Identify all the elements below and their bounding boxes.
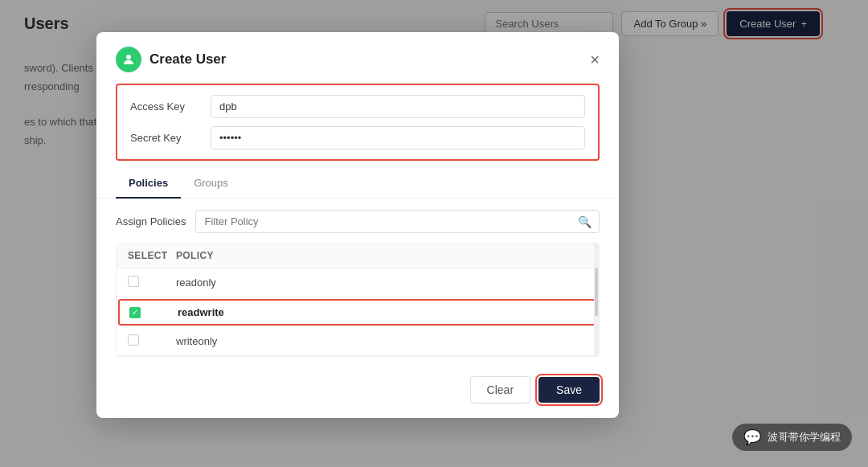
- search-icon: 🔍: [578, 215, 592, 228]
- assign-row: Assign Policies 🔍: [116, 210, 600, 233]
- readwrite-checkbox[interactable]: ✓: [129, 307, 141, 318]
- watermark-text: 波哥带你学编程: [768, 430, 841, 444]
- readonly-policy-label: readonly: [176, 277, 588, 289]
- modal-header: Create User ×: [96, 32, 619, 84]
- filter-input-wrap: 🔍: [195, 210, 600, 233]
- save-button[interactable]: Save: [538, 377, 600, 403]
- svg-point-0: [126, 55, 131, 59]
- modal-title-row: Create User: [116, 47, 226, 72]
- col-policy-header: Policy: [176, 250, 588, 261]
- tabs-row: Policies Groups: [96, 169, 619, 199]
- modal-footer: Clear Save: [96, 365, 619, 418]
- user-avatar-icon: [116, 47, 141, 72]
- access-key-label: Access Key: [130, 100, 211, 113]
- access-key-row: Access Key: [130, 95, 585, 118]
- col-select-header: Select: [128, 250, 176, 261]
- table-row: ✓ readwrite: [118, 299, 597, 326]
- assign-policies-label: Assign Policies: [116, 215, 186, 227]
- create-user-modal: Create User × Access Key Secret Key Poli…: [96, 32, 619, 418]
- readonly-checkbox[interactable]: [128, 276, 139, 287]
- access-key-input[interactable]: [211, 95, 585, 118]
- table-header: Select Policy: [117, 244, 599, 268]
- table-row: readonly: [117, 268, 599, 297]
- filter-policy-input[interactable]: [195, 210, 600, 233]
- scrollbar-track: [594, 244, 599, 356]
- readwrite-policy-label: readwrite: [178, 306, 586, 318]
- wechat-icon: 💬: [743, 428, 761, 446]
- table-row: writeonly: [117, 327, 599, 356]
- tab-policies[interactable]: Policies: [116, 169, 181, 199]
- modal-close-button[interactable]: ×: [590, 51, 600, 68]
- writeonly-policy-label: writeonly: [176, 335, 588, 347]
- clear-button[interactable]: Clear: [470, 376, 530, 404]
- policies-section: Assign Policies 🔍 Select Policy read: [96, 199, 619, 365]
- credentials-section: Access Key Secret Key: [116, 84, 600, 161]
- policy-table: Select Policy readonly ✓ readwrite: [116, 243, 600, 357]
- secret-key-label: Secret Key: [130, 132, 211, 144]
- writeonly-checkbox[interactable]: [128, 334, 139, 346]
- secret-key-input[interactable]: [211, 126, 585, 150]
- modal-title: Create User: [149, 51, 226, 68]
- watermark: 💬 波哥带你学编程: [732, 424, 852, 451]
- scrollbar-thumb: [595, 268, 598, 316]
- tab-groups[interactable]: Groups: [181, 169, 241, 199]
- page-background: Users Add To Group » Create User + sword…: [0, 0, 868, 467]
- secret-key-row: Secret Key: [130, 126, 585, 150]
